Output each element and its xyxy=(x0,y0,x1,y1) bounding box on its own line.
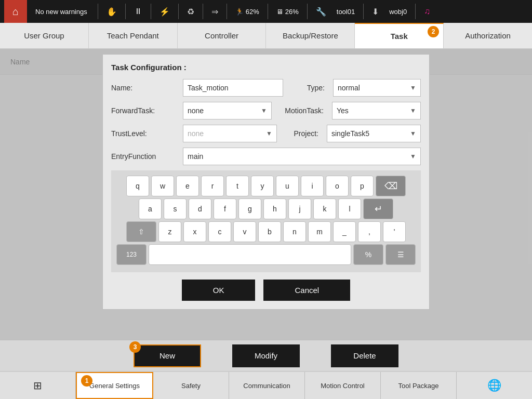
keyboard: q w e r t y u i o p ⌫ a s d f xyxy=(111,170,421,272)
bottom-tab-safety[interactable]: Safety xyxy=(153,372,229,399)
wobj-label: wobj0 xyxy=(385,8,411,16)
trust-level-select[interactable]: none ▼ xyxy=(183,125,277,142)
modify-button[interactable]: Modify xyxy=(232,344,300,367)
kb-row-4: 123 % ☰ xyxy=(116,244,416,265)
tab-teach-pendant[interactable]: Teach Pendant xyxy=(89,23,178,48)
key-w[interactable]: w xyxy=(151,176,174,196)
bottom-tab-globe[interactable]: 🌐 xyxy=(457,372,532,399)
key-apostrophe[interactable]: ' xyxy=(383,221,406,242)
tab-user-group[interactable]: User Group xyxy=(0,23,89,48)
separator xyxy=(363,4,364,19)
nav-tabs: User Group Teach Pendant Controller Back… xyxy=(0,23,532,49)
type-select[interactable]: normal ▼ xyxy=(333,79,421,97)
key-p[interactable]: p xyxy=(351,176,374,196)
status-bar: ⌂ No new warnings ✋ ⏸ ⚡ ♻ ⇒ 🏃 62% 🖥 26% … xyxy=(0,0,532,23)
separator xyxy=(98,4,98,19)
key-hide-keyboard[interactable]: ☰ xyxy=(385,244,416,265)
project-select[interactable]: singleTask5 ▼ xyxy=(327,125,421,142)
key-v[interactable]: v xyxy=(233,221,256,242)
tab-task[interactable]: Task 2 xyxy=(355,23,444,48)
key-e[interactable]: e xyxy=(176,176,199,196)
dialog-buttons: OK Cancel xyxy=(111,280,421,301)
home-button[interactable]: ⌂ xyxy=(4,0,27,23)
key-a[interactable]: a xyxy=(139,198,162,219)
form-row-entry: EntryFunction main ▼ xyxy=(111,148,421,165)
key-comma[interactable]: , xyxy=(358,221,381,242)
bottom-nav: ⊞ 1 General Settings Safety Communicatio… xyxy=(0,371,532,399)
key-space[interactable] xyxy=(149,244,351,265)
key-s[interactable]: s xyxy=(164,198,187,219)
trust-level-label: TrustLevel: xyxy=(111,129,179,138)
key-j[interactable]: j xyxy=(288,198,311,219)
trust-dropdown-arrow: ▼ xyxy=(266,130,272,137)
project-dropdown-arrow: ▼ xyxy=(410,130,416,137)
dialog-overlay: Task Configuration : Name: Type: normal … xyxy=(0,49,532,340)
tab-authorization[interactable]: Authorization xyxy=(444,23,532,48)
entry-dropdown-arrow: ▼ xyxy=(410,153,416,160)
key-f[interactable]: f xyxy=(214,198,236,219)
cpu-metric: 🏃 62% xyxy=(231,8,263,16)
entry-function-select[interactable]: main ▼ xyxy=(183,148,421,165)
tab-controller[interactable]: Controller xyxy=(178,23,267,48)
new-button[interactable]: 3 New xyxy=(134,344,201,367)
separator xyxy=(125,4,126,19)
name-input[interactable] xyxy=(183,79,283,97)
key-d[interactable]: d xyxy=(189,198,211,219)
ok-button[interactable]: OK xyxy=(182,280,256,301)
key-y[interactable]: y xyxy=(251,176,274,196)
motion-task-select[interactable]: Yes ▼ xyxy=(332,102,421,119)
key-i[interactable]: i xyxy=(301,176,324,196)
new-badge: 3 xyxy=(129,341,141,353)
key-h[interactable]: h xyxy=(263,198,286,219)
delete-button[interactable]: Delete xyxy=(331,344,398,367)
lightning-icon[interactable]: ⚡ xyxy=(155,7,174,17)
forward-dropdown-arrow: ▼ xyxy=(261,107,267,114)
key-o[interactable]: o xyxy=(326,176,349,196)
cancel-button[interactable]: Cancel xyxy=(263,280,350,301)
key-b[interactable]: b xyxy=(258,221,281,242)
key-t[interactable]: t xyxy=(226,176,249,196)
pause-icon[interactable]: ⏸ xyxy=(130,7,147,16)
key-m[interactable]: m xyxy=(308,221,331,242)
separator xyxy=(268,4,268,19)
key-enter[interactable]: ↵ xyxy=(363,198,393,219)
key-underscore[interactable]: _ xyxy=(333,221,356,242)
arrow-icon[interactable]: ⇒ xyxy=(207,7,222,17)
tab-backup-restore[interactable]: Backup/Restore xyxy=(266,23,355,48)
bottom-tab-tool-package[interactable]: Tool Package xyxy=(381,372,457,399)
key-shift[interactable]: ⇧ xyxy=(126,221,156,242)
warning-text: No new warnings xyxy=(29,8,94,16)
bottom-tab-general-settings[interactable]: 1 General Settings xyxy=(76,372,153,399)
bottom-tab-communication[interactable]: Communication xyxy=(229,372,305,399)
dialog-title: Task Configuration : xyxy=(111,63,421,72)
type-dropdown-arrow: ▼ xyxy=(410,84,416,91)
download-icon[interactable]: ⬇ xyxy=(368,7,383,17)
key-c[interactable]: c xyxy=(208,221,231,242)
panels-icon: ⊞ xyxy=(33,379,42,392)
key-k[interactable]: k xyxy=(313,198,336,219)
key-123[interactable]: 123 xyxy=(116,244,147,265)
key-x[interactable]: x xyxy=(183,221,206,242)
key-percent[interactable]: % xyxy=(353,244,383,265)
monitor-icon: 🖥 xyxy=(276,8,283,16)
bottom-tab-motion-control[interactable]: Motion Control xyxy=(305,372,381,399)
kb-row-3: ⇧ z x c v b n m _ , ' xyxy=(116,221,416,242)
key-backspace[interactable]: ⌫ xyxy=(376,176,406,196)
music-icon[interactable]: ♫ xyxy=(420,7,434,16)
tools-icon[interactable]: 🔧 xyxy=(312,7,330,17)
key-l[interactable]: l xyxy=(338,198,361,219)
key-g[interactable]: g xyxy=(238,198,261,219)
general-settings-badge: 1 xyxy=(81,375,92,387)
home-icon: ⌂ xyxy=(12,6,19,18)
key-z[interactable]: z xyxy=(158,221,181,242)
key-n[interactable]: n xyxy=(283,221,306,242)
cycle-icon[interactable]: ♻ xyxy=(183,7,198,17)
motion-dropdown-arrow: ▼ xyxy=(410,107,416,114)
key-u[interactable]: u xyxy=(276,176,299,196)
hand-icon[interactable]: ✋ xyxy=(102,7,121,17)
key-q[interactable]: q xyxy=(126,176,149,196)
key-r[interactable]: r xyxy=(201,176,224,196)
forward-task-select[interactable]: none ▼ xyxy=(183,102,272,119)
bottom-tab-panels[interactable]: ⊞ xyxy=(0,372,76,399)
separator xyxy=(415,4,416,19)
